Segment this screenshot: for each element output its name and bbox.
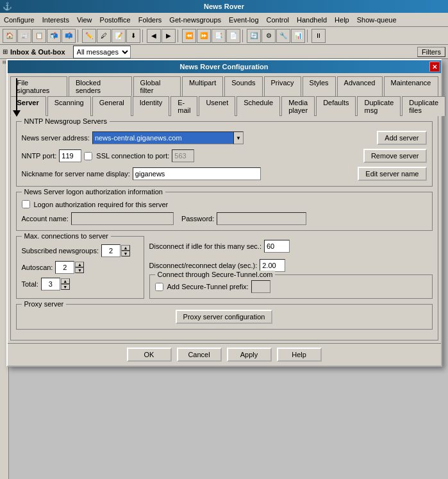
autoscan-input[interactable]: 2	[55, 261, 74, 274]
menu-get-newsgroups[interactable]: Get-newsgroups	[165, 15, 225, 25]
menu-interests[interactable]: Interests	[38, 15, 73, 25]
account-input[interactable]	[71, 212, 174, 225]
tab-media-player[interactable]: Media player	[281, 96, 315, 116]
toolbar-btn-11[interactable]: ▶	[162, 29, 176, 43]
disconnect-idle-input[interactable]: 60	[264, 240, 290, 253]
nickname-input[interactable]: giganews	[133, 167, 261, 180]
help-button[interactable]: Help	[277, 348, 322, 362]
toolbar-btn-19[interactable]: 📊	[291, 29, 305, 43]
tab-identity[interactable]: Identity	[133, 96, 169, 116]
secure-tunnel-input[interactable]	[251, 280, 270, 293]
toolbar-btn-7[interactable]: 🖊	[97, 29, 111, 43]
disconnect-idle-label: Disconnect if idle for this many sec.:	[149, 242, 261, 250]
proxy-btn-row: Proxy server configuration	[22, 310, 427, 324]
tab-schedule[interactable]: Schedule	[236, 96, 280, 116]
toolbar-btn-13[interactable]: ⏩	[197, 29, 211, 43]
tab-global-filter[interactable]: Global filter	[133, 76, 181, 96]
total-up[interactable]: ▲	[61, 278, 70, 284]
total-spinner: 3 ▲ ▼	[41, 278, 70, 290]
toolbar-btn-15[interactable]: 📄	[226, 29, 240, 43]
toolbar-btn-12[interactable]: ⏪	[182, 29, 196, 43]
right-settings: Disconnect if idle for this many sec.: 6…	[149, 236, 433, 304]
tab-general[interactable]: General	[92, 96, 131, 116]
ssl-checkbox[interactable]	[84, 152, 92, 160]
messages-dropdown[interactable]: All messages	[73, 46, 131, 58]
toolbar-btn-18[interactable]: 🔧	[276, 29, 290, 43]
total-down[interactable]: ▼	[61, 284, 70, 290]
nntp-port-input[interactable]: 119	[59, 149, 81, 162]
secure-tunnel-label: Add Secure-Tunnel prefix:	[167, 283, 249, 290]
total-label: Total:	[22, 280, 38, 288]
tab-email[interactable]: E-mail	[170, 96, 197, 116]
expand-icon[interactable]: ⊞	[3, 48, 8, 55]
connections-group-title: Max. connections to server	[22, 232, 111, 240]
title-bar: ⚓ News Rover	[0, 0, 448, 13]
nntp-group: NNTP Newsgroup Servers News server addre…	[16, 121, 433, 187]
menu-control[interactable]: Control	[263, 15, 293, 25]
tab-multipart[interactable]: Multipart	[182, 76, 223, 96]
tab-duplicate-msg[interactable]: Duplicate msg	[357, 96, 401, 116]
menu-view[interactable]: View	[73, 15, 96, 25]
toolbar-btn-3[interactable]: 📋	[32, 29, 46, 43]
autoscan-down[interactable]: ▼	[75, 267, 84, 273]
tab-duplicate-files[interactable]: Duplicate files	[402, 96, 445, 116]
news-server-input[interactable]: news-central.giganews.com	[92, 131, 233, 144]
menu-event-log[interactable]: Event-log	[225, 15, 262, 25]
dialog-close-button[interactable]: ✕	[429, 62, 440, 72]
toolbar-btn-1[interactable]: 🏠	[3, 29, 17, 43]
remove-server-button[interactable]: Remove server	[363, 149, 427, 163]
tab-defaults[interactable]: Defaults	[316, 96, 356, 116]
password-label: Password:	[181, 215, 214, 223]
toolbar-btn-6[interactable]: ✏️	[82, 29, 96, 43]
apply-button[interactable]: Apply	[227, 348, 272, 362]
menu-postoffice[interactable]: Postoffice	[96, 15, 135, 25]
total-input[interactable]: 3	[41, 278, 60, 290]
menu-bar: Configure Interests View Postoffice Fold…	[0, 13, 448, 27]
edit-server-button[interactable]: Edit server name	[358, 167, 426, 181]
toolbar-btn-10[interactable]: ◀	[147, 29, 161, 43]
toolbar-btn-5[interactable]: 📫	[62, 29, 76, 43]
tab-blocked-senders[interactable]: Blocked senders	[69, 76, 132, 96]
proxy-config-button[interactable]: Proxy server configuration	[176, 310, 273, 324]
tab-styles[interactable]: Styles	[303, 76, 336, 96]
toolbar-btn-2[interactable]: 📰	[17, 29, 31, 43]
toolbar-btn-14[interactable]: 📑	[212, 29, 226, 43]
menu-configure[interactable]: Configure	[0, 15, 38, 25]
tab-usenet[interactable]: Usenet	[199, 96, 235, 116]
tab-advanced[interactable]: Advanced	[337, 76, 383, 96]
autoscan-row: Autoscan: 2 ▲ ▼	[22, 261, 138, 274]
subscribed-down[interactable]: ▼	[121, 251, 130, 256]
filters-button[interactable]: Filters	[417, 47, 445, 57]
toolbar-btn-8[interactable]: 📝	[112, 29, 126, 43]
secure-tunnel-checkbox[interactable]	[155, 283, 163, 291]
logon-checkbox[interactable]	[22, 200, 30, 208]
disconnect-reconnect-input[interactable]: 2.00	[260, 259, 285, 272]
toolbar-btn-17[interactable]: ⚙	[261, 29, 276, 43]
subscribed-up[interactable]: ▲	[121, 245, 130, 251]
subscribed-spinner: 2 ▲ ▼	[101, 244, 130, 257]
news-server-row: News server address: news-central.gigane…	[22, 131, 427, 145]
tab-privacy[interactable]: Privacy	[264, 76, 301, 96]
nntp-port-label: NNTP port:	[22, 152, 57, 160]
tab-scanning[interactable]: Scanning	[47, 96, 91, 116]
toolbar-btn-20[interactable]: ⏸	[311, 29, 326, 43]
autoscan-spinner: 2 ▲ ▼	[55, 261, 84, 274]
ssl-port-input[interactable]: 563	[172, 149, 194, 162]
tab-maintenance[interactable]: Maintenance	[384, 76, 438, 96]
toolbar-btn-4[interactable]: 📬	[47, 29, 61, 43]
menu-handheld[interactable]: Handheld	[293, 15, 331, 25]
menu-show-queue[interactable]: Show-queue	[353, 15, 401, 25]
subscribed-input[interactable]: 2	[101, 244, 120, 257]
autoscan-up[interactable]: ▲	[75, 262, 84, 267]
menu-folders[interactable]: Folders	[135, 15, 166, 25]
toolbar-btn-9[interactable]: ⬇	[126, 29, 140, 43]
ok-button[interactable]: OK	[127, 348, 172, 362]
cancel-button[interactable]: Cancel	[177, 348, 222, 362]
news-server-dropdown-btn[interactable]: ▼	[233, 131, 244, 144]
menu-help[interactable]: Help	[331, 15, 353, 25]
toolbar-btn-16[interactable]: 🔄	[247, 29, 261, 43]
password-input[interactable]	[217, 212, 306, 225]
add-server-button[interactable]: Add server	[377, 131, 426, 145]
tab-sounds[interactable]: Sounds	[224, 76, 262, 96]
content-area: News Rover Configuration ✕ File signatur…	[9, 59, 448, 479]
